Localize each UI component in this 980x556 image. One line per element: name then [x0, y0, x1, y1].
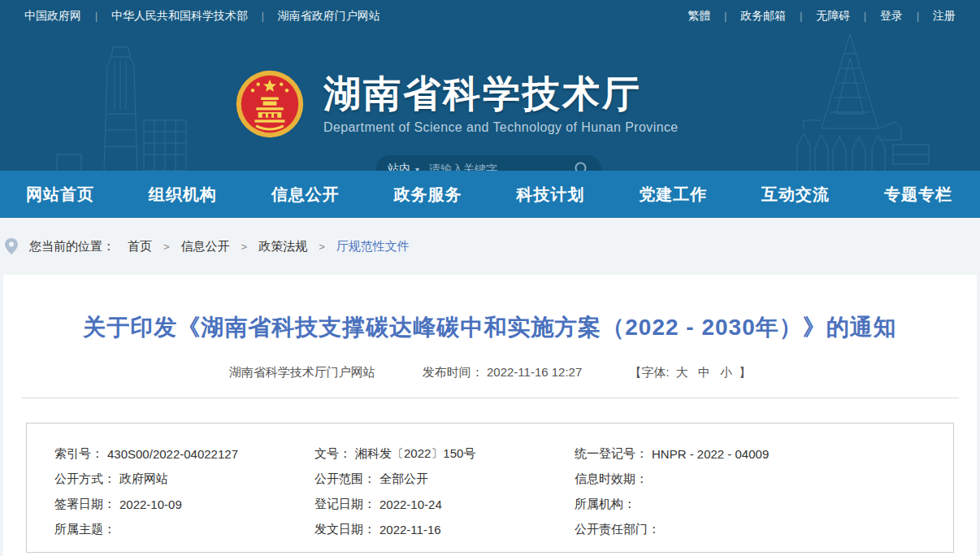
breadcrumb-prefix: 您当前的位置： [29, 239, 115, 254]
national-emblem-logo [236, 70, 304, 138]
nav-item-organization[interactable]: 组织机构 [149, 184, 217, 206]
info-issue-date: 发文日期：2022-11-16 [314, 517, 575, 542]
info-affiliated-agency: 所属机构： [575, 492, 953, 517]
nav-item-home[interactable]: 网站首页 [26, 184, 94, 206]
info-subject: 所属主题： [54, 517, 314, 542]
site-title: 湖南省科学技术厅 [323, 73, 679, 115]
breadcrumb-separator: > [241, 241, 248, 253]
nav-item-sci-tech-programs[interactable]: 科技计划 [516, 184, 584, 206]
font-size-large-button[interactable]: 大 [676, 365, 688, 379]
chevron-down-icon: ▾ [415, 165, 419, 172]
page: 中国政府网 | 中华人民共和国科学技术部 | 湖南省政府门户网站 繁體 | 政务… [0, 0, 980, 556]
publish-time-label: 发布时间： [423, 365, 483, 379]
article-title: 关于印发《湖南省科技支撑碳达峰碳中和实施方案（2022 - 2030年）》的通知 [3, 275, 977, 343]
nav-item-interaction[interactable]: 互动交流 [761, 184, 830, 206]
topbar: 中国政府网 | 中华人民共和国科学技术部 | 湖南省政府门户网站 繁體 | 政务… [0, 0, 980, 33]
article-content: 关于印发《湖南省科技支撑碳达峰碳中和实施方案（2022 - 2030年）》的通知… [3, 275, 977, 556]
info-disclosure-scope: 公开范围：全部公开 [314, 467, 575, 492]
topbar-right-links: 繁體 | 政务邮箱 | 无障碍 | 登录 | 注册 [687, 9, 956, 24]
meta-divider [21, 397, 959, 398]
info-disclosure-method: 公开方式：政府网站 [54, 467, 314, 492]
info-signing-date: 签署日期：2022-10-09 [54, 492, 314, 517]
topbar-link-accessibility[interactable]: 无障碍 [816, 9, 850, 22]
publish-time: 发布时间： 2022-11-16 12:27 [423, 365, 586, 379]
location-pin-icon [5, 238, 18, 254]
font-size-small-button[interactable]: 小 [720, 365, 732, 379]
nav-item-special-columns[interactable]: 专题专栏 [884, 184, 952, 206]
font-size-suffix: 】 [739, 365, 751, 379]
font-size-prefix: 【字体: [629, 365, 669, 379]
info-unified-registration-number: 统一登记号：HNPR - 2022 - 04009 [575, 441, 953, 467]
nav-item-party-building[interactable]: 党建工作 [639, 184, 707, 206]
publish-time-value: 2022-11-16 12:27 [487, 365, 582, 379]
breadcrumb-item-info-disclosure[interactable]: 信息公开 [181, 239, 230, 254]
search-scope-dropdown[interactable]: 站内 ▾ [388, 162, 419, 171]
brand-text: 湖南省科学技术厅 Department of Science and Techn… [323, 73, 679, 135]
breadcrumb-item-normative-documents[interactable]: 厅规范性文件 [336, 239, 410, 254]
article-source: 湖南省科学技术厅门户网站 [229, 365, 375, 379]
site-header: 湖南省科学技术厅 Department of Science and Techn… [0, 33, 980, 171]
breadcrumb-separator: > [319, 241, 325, 253]
main-nav: 网站首页 组织机构 信息公开 政务服务 科技计划 党建工作 互动交流 专题专栏 [0, 171, 980, 218]
info-index-number: 索引号：430S00/2022-04022127 [54, 441, 314, 467]
topbar-link-hunan-gov[interactable]: 湖南省政府门户网站 [278, 9, 380, 22]
topbar-separator: | [262, 11, 264, 22]
building-watermark-left-icon [33, 33, 211, 171]
nav-item-gov-services[interactable]: 政务服务 [394, 184, 462, 206]
topbar-separator: | [800, 11, 802, 22]
search-scope-label: 站内 [388, 162, 410, 171]
document-info-table: 索引号：430S00/2022-04022127 文号：湘科发〔2022〕150… [26, 423, 954, 553]
topbar-link-most[interactable]: 中华人民共和国科学技术部 [111, 9, 248, 22]
topbar-separator: | [724, 11, 726, 22]
font-size-control: 【字体: 大 中 小 】 [629, 365, 751, 379]
topbar-link-register[interactable]: 注册 [933, 9, 956, 22]
font-size-medium-button[interactable]: 中 [698, 365, 710, 379]
info-document-number: 文号：湘科发〔2022〕150号 [314, 441, 575, 467]
building-watermark-right-icon [765, 33, 935, 171]
topbar-link-gov-mailbox[interactable]: 政务邮箱 [740, 9, 786, 22]
breadcrumb-item-home[interactable]: 首页 [128, 239, 152, 254]
nav-item-info-disclosure[interactable]: 信息公开 [271, 184, 340, 206]
topbar-separator: | [864, 11, 866, 22]
topbar-link-traditional-chinese[interactable]: 繁體 [687, 9, 710, 22]
site-subtitle: Department of Science and Technology of … [323, 120, 679, 135]
search-input[interactable] [429, 163, 574, 171]
topbar-link-login[interactable]: 登录 [880, 9, 903, 22]
breadcrumb: 您当前的位置： 首页 > 信息公开 > 政策法规 > 厅规范性文件 [0, 218, 980, 275]
search-bar[interactable]: 站内 ▾ [376, 155, 601, 171]
topbar-separator: | [95, 11, 98, 22]
info-responsible-department: 公开责任部门： [575, 517, 953, 542]
search-icon[interactable] [574, 161, 590, 171]
breadcrumb-separator: > [163, 241, 170, 253]
topbar-left-links: 中国政府网 | 中华人民共和国科学技术部 | 湖南省政府门户网站 [24, 9, 380, 24]
article-meta: 湖南省科学技术厅门户网站 发布时间： 2022-11-16 12:27 【字体:… [3, 365, 977, 380]
info-registration-date: 登记日期：2022-10-24 [314, 492, 575, 517]
topbar-separator: | [917, 11, 919, 22]
breadcrumb-item-policies[interactable]: 政策法规 [258, 239, 307, 254]
site-brand: 湖南省科学技术厅 Department of Science and Techn… [236, 70, 679, 138]
info-validity-period: 信息时效期： [575, 467, 953, 492]
topbar-link-china-gov[interactable]: 中国政府网 [24, 9, 81, 22]
